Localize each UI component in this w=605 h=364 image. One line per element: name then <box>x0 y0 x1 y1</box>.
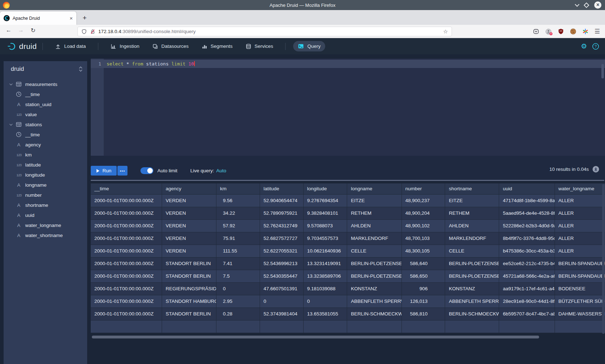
cell-number[interactable]: 48,900,102 <box>402 219 445 232</box>
url-bar[interactable]: 172.18.0.4:30899/unified-console.html#qu… <box>77 27 452 36</box>
column-header-agency[interactable]: agency <box>162 183 216 194</box>
column-header-uuid[interactable]: uuid <box>499 183 555 194</box>
cell-__time[interactable]: 2000-01-01T00:00:00.000Z <box>91 295 162 308</box>
tree-column-km[interactable]: 123km <box>4 150 87 160</box>
tree-column-water_longname[interactable]: Awater_longname <box>4 220 87 230</box>
cell-number[interactable]: 126,013 <box>402 295 445 308</box>
forward-icon[interactable]: → <box>17 27 25 33</box>
cell-latitude[interactable]: 52.6227055321 <box>260 245 303 257</box>
cell-shortname[interactable]: BERLIN-SCHMOECKWITZ <box>445 308 499 320</box>
tree-column-uuid[interactable]: Auuid <box>4 210 87 220</box>
window-minimize-button[interactable] <box>575 2 579 7</box>
cell-latitude[interactable]: 0 <box>260 295 303 308</box>
cell-shortname[interactable]: BERLIN-PLOETZENSEE U <box>445 270 499 282</box>
cell-__time[interactable]: 2000-01-01T00:00:00.000Z <box>91 207 162 219</box>
cell-latitude[interactable]: 52.9040654474 <box>260 194 303 207</box>
query-text[interactable]: select * from stations limit 10 <box>107 61 195 67</box>
column-header-shortname[interactable]: shortname <box>445 183 499 194</box>
ublock-icon[interactable]: UO <box>558 28 564 35</box>
cell-shortname[interactable]: CELLE <box>445 245 499 257</box>
cell-number[interactable]: 48,300,105 <box>402 245 445 257</box>
column-header-longitude[interactable]: longitude <box>303 183 347 194</box>
tree-column-latitude[interactable]: 123latitude <box>4 160 87 170</box>
cell-shortname[interactable]: EITZE <box>445 194 499 207</box>
chevron-down-icon[interactable] <box>9 82 14 87</box>
cell-number[interactable]: 48,900,237 <box>402 194 445 207</box>
cell-agency[interactable]: STANDORT BERLIN <box>162 257 216 270</box>
schema-sort-carets-icon[interactable] <box>79 66 83 72</box>
settings-gear-icon[interactable]: ⚙ <box>581 42 587 50</box>
cell-km[interactable]: 111.55 <box>216 245 260 257</box>
druid-logo[interactable]: druid <box>6 41 37 51</box>
chevron-down-icon[interactable] <box>9 122 14 127</box>
cell-__time[interactable]: 2000-01-01T00:00:00.000Z <box>91 257 162 270</box>
cell-agency[interactable]: VERDEN <box>162 245 216 257</box>
cell-water_longname[interactable]: BÜTZFLETHER SÜDERE <box>555 295 605 308</box>
cell-longname[interactable]: KONSTANZ <box>347 282 402 295</box>
cell-shortname[interactable]: BERLIN-PLOETZENSEE C <box>445 257 499 270</box>
cell-km[interactable]: 57.92 <box>216 219 260 232</box>
nav-ingestion[interactable]: Ingestion <box>106 41 144 51</box>
back-icon[interactable]: ← <box>4 27 13 33</box>
browser-tab[interactable]: Apache Druid × <box>0 12 76 25</box>
cell-latitude[interactable]: 52.6827572727 <box>260 232 303 245</box>
cell-shortname[interactable]: KONSTANZ <box>445 282 499 295</box>
cell-longname[interactable]: MARKLENDORF <box>347 232 402 245</box>
cell-longitude[interactable]: 13.653581055 <box>303 308 347 320</box>
cell-water_longname[interactable]: ALLER <box>555 245 605 257</box>
window-close-button[interactable]: × <box>594 1 601 9</box>
cookie-icon[interactable] <box>570 28 576 35</box>
column-header-longname[interactable]: longname <box>347 183 402 194</box>
tree-column-__time[interactable]: __time <box>4 89 87 99</box>
cell-km[interactable]: 9.56 <box>216 194 260 207</box>
cell-shortname[interactable]: AHLDEN <box>445 219 499 232</box>
cell-uuid[interactable]: 6b595707-8c47-4bc7-a8 <box>499 308 555 320</box>
cell-agency[interactable]: STANDORT HAMBURG <box>162 295 216 308</box>
cell-number[interactable]: 906 <box>402 282 445 295</box>
query-editor[interactable]: 1 select * from stations limit 10 <box>91 59 605 156</box>
cell-water_longname[interactable]: ALLER <box>555 194 605 207</box>
cell-longitude[interactable]: 13.3231419091 <box>303 257 347 270</box>
bookmark-star-icon[interactable]: ☆ <box>443 28 448 35</box>
vertical-scrollbar[interactable] <box>602 184 605 334</box>
cell-longname[interactable]: CELLE <box>347 245 402 257</box>
column-header-number[interactable]: number <box>402 183 445 194</box>
url-text[interactable]: 172.18.0.4:30899/unified-console.html#qu… <box>98 29 443 34</box>
cell-uuid[interactable]: 522286e2-b2b3-4d0d-9a <box>499 219 555 232</box>
nav-load-data[interactable]: Load data <box>50 41 90 51</box>
cell-number[interactable]: 586,810 <box>402 308 445 320</box>
cell-longname[interactable]: RETHEM <box>347 207 402 219</box>
tree-column-agency[interactable]: Aagency <box>4 140 87 150</box>
tree-column-station_uuid[interactable]: Astation_uuid <box>4 99 87 109</box>
cell-__time[interactable]: 2000-01-01T00:00:00.000Z <box>91 194 162 207</box>
cell-uuid[interactable]: 47174d8f-1b8e-4599-8a <box>499 194 555 207</box>
tree-table-stations[interactable]: stations <box>4 119 87 129</box>
cell-agency[interactable]: VERDEN <box>162 194 216 207</box>
extension-asterisk-icon[interactable] <box>582 28 588 35</box>
tree-column-shortname[interactable]: Ashortname <box>4 200 87 210</box>
cell-km[interactable]: 0.28 <box>216 308 260 320</box>
cell-km[interactable]: 75.91 <box>216 232 260 245</box>
cell-water_longname[interactable]: BODENSEE <box>555 282 605 295</box>
cell-water_longname[interactable]: ALLER <box>555 219 605 232</box>
tree-column-__time[interactable]: __time <box>4 129 87 140</box>
cell-uuid[interactable]: 45721a68-566c-4e2a-a6 <box>499 270 555 282</box>
cell-number[interactable]: 48,900,204 <box>402 207 445 219</box>
tree-table-measurements[interactable]: measurements <box>4 79 87 89</box>
cell-__time[interactable]: 2000-01-01T00:00:00.000Z <box>91 245 162 257</box>
tab-close-icon[interactable]: × <box>70 15 73 21</box>
tree-column-water_shortname[interactable]: Awater_shortname <box>4 230 87 240</box>
cell-longname[interactable]: BERLIN-PLOETZENSEE U <box>347 270 402 282</box>
cell-agency[interactable]: STANDORT BERLIN <box>162 270 216 282</box>
download-icon[interactable] <box>592 166 599 173</box>
cell-km[interactable]: 2.95 <box>216 295 260 308</box>
reload-icon[interactable]: ↻ <box>29 27 37 34</box>
cell-longname[interactable]: EITZE <box>347 194 402 207</box>
cell-number[interactable]: 48,700,103 <box>402 232 445 245</box>
cell-latitude[interactable]: 52.5430355447 <box>260 270 303 282</box>
cell-longitude[interactable]: 9.181039088 <box>303 282 347 295</box>
cell-longitude[interactable]: 0 <box>303 295 347 308</box>
cell-km[interactable]: 7.41 <box>216 257 260 270</box>
cell-water_longname[interactable]: BERLIN-SPANDAUER-S <box>555 257 605 270</box>
cell-__time[interactable]: 2000-01-01T00:00:00.000Z <box>91 270 162 282</box>
